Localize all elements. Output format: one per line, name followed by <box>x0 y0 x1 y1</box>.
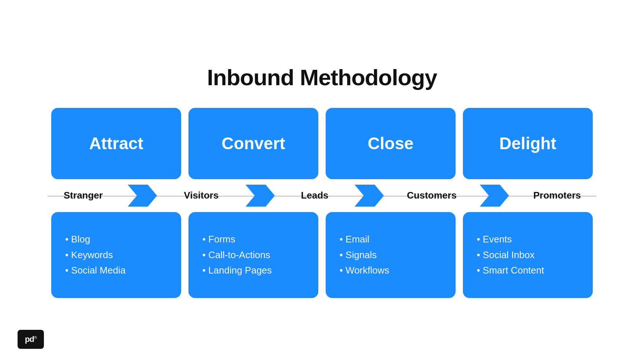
delight-label: Delight <box>499 133 557 153</box>
list-item: Events <box>477 231 579 247</box>
customers-segment: Customers <box>396 190 468 201</box>
delight-tools-box: Events Social Inbox Smart Content <box>463 212 593 298</box>
svg-marker-2 <box>355 185 384 207</box>
chevron-arrow-3 <box>355 185 384 207</box>
list-item: Workflows <box>340 263 442 278</box>
chevron-1 <box>115 185 169 207</box>
list-item: Forms <box>202 231 304 247</box>
svg-marker-1 <box>246 185 275 207</box>
list-item: Landing Pages <box>202 263 304 278</box>
chevron-arrow-4 <box>480 185 509 207</box>
promoters-label: Promoters <box>533 190 581 201</box>
list-item: Social Media <box>65 263 167 278</box>
list-item: Keywords <box>65 247 167 263</box>
customers-label: Customers <box>407 190 457 201</box>
middle-row: Stranger Visitors Leads <box>48 179 596 212</box>
stranger-label: Stranger <box>64 190 103 201</box>
close-tools-box: Email Signals Workflows <box>326 212 456 298</box>
chevron-4 <box>468 185 522 207</box>
top-row: Attract Convert Close Delight <box>48 108 596 179</box>
delight-box: Delight <box>463 108 593 179</box>
convert-label: Convert <box>222 133 285 153</box>
svg-marker-3 <box>480 185 509 207</box>
chevron-arrow-2 <box>246 185 275 207</box>
list-item: Call-to-Actions <box>202 247 304 263</box>
list-item: Social Inbox <box>477 247 579 263</box>
leads-label: Leads <box>301 190 328 201</box>
visitors-label: Visitors <box>184 190 219 201</box>
convert-tools-box: Forms Call-to-Actions Landing Pages <box>188 212 318 298</box>
bottom-row: Blog Keywords Social Media Forms Call-to… <box>48 212 596 298</box>
inbound-diagram: Attract Convert Close Delight Stranger V… <box>48 108 596 298</box>
svg-marker-0 <box>128 185 157 207</box>
chevron-3 <box>342 185 396 207</box>
list-item: Email <box>340 231 442 247</box>
list-item: Smart Content <box>477 263 579 278</box>
stranger-segment: Stranger <box>51 190 115 201</box>
chevron-2 <box>233 185 288 207</box>
attract-tools-box: Blog Keywords Social Media <box>51 212 181 298</box>
attract-label: Attract <box>89 133 143 153</box>
attract-tools-list: Blog Keywords Social Media <box>65 231 167 279</box>
leads-segment: Leads <box>287 190 342 201</box>
logo: pd® <box>18 330 44 349</box>
page-title: Inbound Methodology <box>207 64 437 90</box>
chevron-arrow-1 <box>128 185 157 207</box>
attract-box: Attract <box>51 108 181 179</box>
visitors-segment: Visitors <box>169 190 233 201</box>
close-label: Close <box>368 133 413 153</box>
convert-tools-list: Forms Call-to-Actions Landing Pages <box>202 231 304 279</box>
logo-text: pd® <box>25 335 37 344</box>
list-item: Blog <box>65 231 167 247</box>
promoters-segment: Promoters <box>521 190 593 201</box>
convert-box: Convert <box>188 108 318 179</box>
close-box: Close <box>326 108 456 179</box>
delight-tools-list: Events Social Inbox Smart Content <box>477 231 579 279</box>
close-tools-list: Email Signals Workflows <box>340 231 442 279</box>
list-item: Signals <box>340 247 442 263</box>
